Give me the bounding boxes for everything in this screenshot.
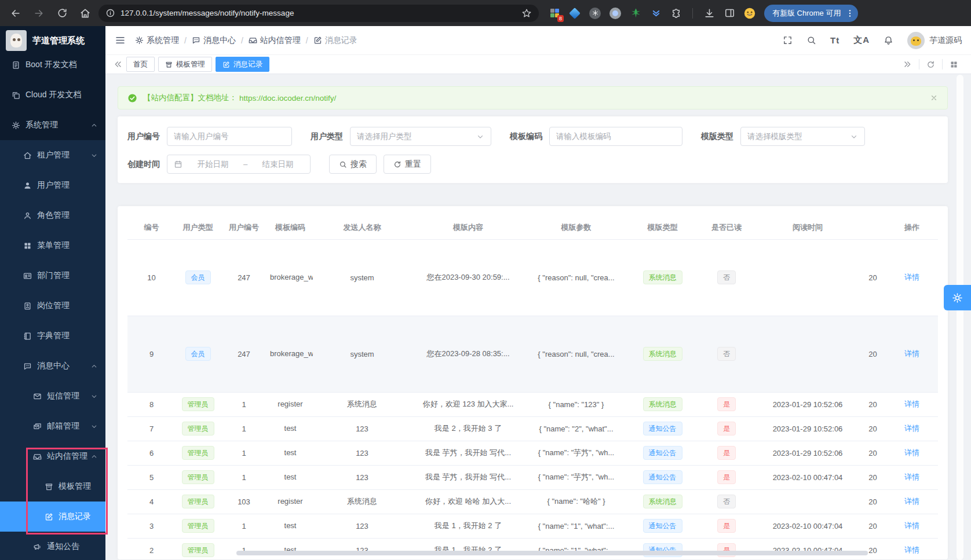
- app-logo-row[interactable]: 芋道管理系统: [0, 26, 105, 55]
- user-no-input-field[interactable]: [174, 132, 285, 141]
- extension-kite-icon[interactable]: [568, 7, 581, 20]
- breadcrumb-message-center[interactable]: 消息中心: [192, 35, 236, 46]
- sidebar-item-user-management[interactable]: 用户管理: [0, 170, 105, 200]
- sidebar-item-message-center[interactable]: 消息中心: [0, 351, 105, 381]
- read-time-cell: 2023-02-10 00:47:04: [755, 538, 860, 559]
- address-bar[interactable]: 127.0.0.1/system/messages/notify/notify-…: [98, 5, 539, 22]
- select-placeholder: 请选择模版类型: [747, 131, 802, 142]
- detail-link[interactable]: 详情: [904, 400, 919, 408]
- sidebar-item-post-management[interactable]: 岗位管理: [0, 291, 105, 321]
- extension-gray-circle-icon[interactable]: [609, 7, 622, 20]
- locale-icon[interactable]: 文A: [853, 35, 870, 46]
- read-time-cell: [755, 239, 860, 316]
- fullscreen-icon[interactable]: [783, 35, 793, 45]
- layout-grid-icon[interactable]: [943, 60, 965, 69]
- vertical-scrollbar[interactable]: [957, 75, 963, 560]
- theme-settings-button[interactable]: [944, 285, 971, 310]
- sidebar-item-notice-announcement[interactable]: 通知公告: [0, 532, 105, 560]
- extension-grid-icon[interactable]: 8: [548, 7, 561, 20]
- tab-message-record[interactable]: 消息记录: [216, 57, 269, 72]
- sidebar-item-mail-management[interactable]: 邮箱管理: [0, 411, 105, 441]
- collapse-menu-icon[interactable]: [115, 35, 126, 46]
- read-status-tag: 是: [717, 446, 736, 460]
- detail-link[interactable]: 详情: [904, 473, 919, 481]
- sidebar-item-role-management[interactable]: 角色管理: [0, 200, 105, 230]
- chrome-update-button[interactable]: 有新版 Chrome 可用: [764, 5, 858, 22]
- doc-link[interactable]: https://doc.iocoder.cn/notify/: [239, 94, 336, 103]
- site-info-icon[interactable]: [105, 8, 115, 18]
- extensions-puzzle-icon[interactable]: [670, 7, 682, 20]
- sidebar-item-template-management[interactable]: 模板管理: [0, 471, 105, 502]
- search-icon[interactable]: [806, 35, 816, 45]
- browser-home-button[interactable]: [75, 3, 95, 23]
- read-time-cell: 2023-01-29 10:52:06: [755, 441, 860, 465]
- sidebar-item-menu-management[interactable]: 菜单管理: [0, 230, 105, 261]
- date-end-placeholder: 结束日期: [252, 159, 304, 170]
- extension-chevrons-icon[interactable]: [649, 7, 662, 20]
- tab-label: 消息记录: [233, 60, 262, 69]
- sidebar-item-message-record[interactable]: 消息记录: [0, 502, 105, 532]
- user-icon: [23, 181, 32, 190]
- profile-avatar-icon[interactable]: [743, 7, 756, 20]
- detail-link[interactable]: 详情: [904, 273, 919, 281]
- create-time-range-picker[interactable]: 开始日期 – 结束日期: [167, 155, 311, 174]
- sidebar-item-tenant-management[interactable]: 租户管理: [0, 140, 105, 170]
- table-row: 3管理员1test123我是 1，我开始 2 了{ "name": "1", "…: [127, 514, 938, 538]
- user-no-label: 用户编号: [127, 131, 160, 142]
- detail-link[interactable]: 详情: [904, 497, 919, 506]
- reset-button[interactable]: 重置: [384, 155, 431, 174]
- user-no-input[interactable]: [167, 127, 292, 146]
- sidebar-item-label: 站内信管理: [47, 451, 87, 462]
- app-title: 芋道管理系统: [32, 35, 85, 46]
- sender-cell: 123: [313, 441, 411, 465]
- tab-template-management[interactable]: 模板管理: [158, 57, 212, 72]
- browser-forward-button[interactable]: [29, 3, 49, 23]
- column-header: [860, 216, 886, 239]
- horizontal-scrollbar[interactable]: [236, 551, 868, 555]
- sidebar-item-system-management[interactable]: 系统管理: [0, 110, 105, 140]
- browser-reload-button[interactable]: [52, 3, 72, 23]
- downloads-icon[interactable]: [703, 7, 716, 20]
- detail-link[interactable]: 详情: [904, 546, 919, 554]
- menu-dots-icon[interactable]: [845, 9, 855, 18]
- sidebar-item-dict-management[interactable]: 字典管理: [0, 321, 105, 351]
- tabs-scroll-left-icon[interactable]: [114, 60, 123, 69]
- user-menu[interactable]: 芋道源码: [907, 32, 962, 49]
- browser-back-button[interactable]: [6, 3, 25, 23]
- sidebar-item-notify-management[interactable]: 站内信管理: [0, 441, 105, 471]
- alert-close-icon[interactable]: [930, 94, 938, 102]
- sidebar-item-label: 邮箱管理: [47, 421, 79, 431]
- detail-link[interactable]: 详情: [904, 521, 919, 530]
- template-params-cell: { "name": "2", "what"...: [525, 416, 627, 441]
- extension-green-star-icon[interactable]: [629, 7, 642, 20]
- template-type-cell: 通知公告: [627, 465, 698, 489]
- search-button[interactable]: 搜索: [329, 155, 377, 174]
- detail-link[interactable]: 详情: [904, 424, 919, 433]
- breadcrumb-system[interactable]: 系统管理: [135, 35, 179, 46]
- template-type-select[interactable]: 请选择模版类型: [740, 127, 865, 146]
- template-code-input[interactable]: [549, 127, 682, 146]
- sidebar-item-dept-management[interactable]: 部门管理: [0, 261, 105, 291]
- sidebar-item-cloud-docs[interactable]: Cloud 开发文档: [0, 80, 105, 110]
- tab-home[interactable]: 首页: [126, 57, 155, 72]
- tabs-scroll-right-icon[interactable]: [896, 60, 919, 69]
- column-header: 发送人名称: [313, 216, 411, 239]
- detail-link[interactable]: 详情: [904, 448, 919, 457]
- extension-dark-circle-icon[interactable]: [589, 7, 601, 20]
- table-row: 8管理员1register系统消息你好，欢迎 123 加入大家...{ "nam…: [127, 392, 938, 416]
- template-code-input-field[interactable]: [556, 132, 676, 141]
- bookmark-star-icon[interactable]: [521, 8, 532, 19]
- font-size-icon[interactable]: Tt: [830, 35, 839, 45]
- side-panel-icon[interactable]: [723, 7, 736, 20]
- detail-link[interactable]: 详情: [904, 349, 919, 358]
- column-header: 模版内容: [411, 216, 525, 239]
- refresh-page-icon[interactable]: [919, 60, 942, 69]
- breadcrumb-notify[interactable]: 站内信管理: [249, 35, 301, 46]
- template-content-cell: 您在2023-09-30 20:59:...: [411, 239, 525, 316]
- notification-bell-icon[interactable]: [884, 35, 893, 45]
- row-id-cell: 10: [127, 239, 176, 316]
- doc-icon: [12, 61, 20, 69]
- reset-button-label: 重置: [405, 159, 421, 170]
- sidebar-item-sms-management[interactable]: 短信管理: [0, 381, 105, 411]
- user-type-select[interactable]: 请选择用户类型: [350, 127, 491, 146]
